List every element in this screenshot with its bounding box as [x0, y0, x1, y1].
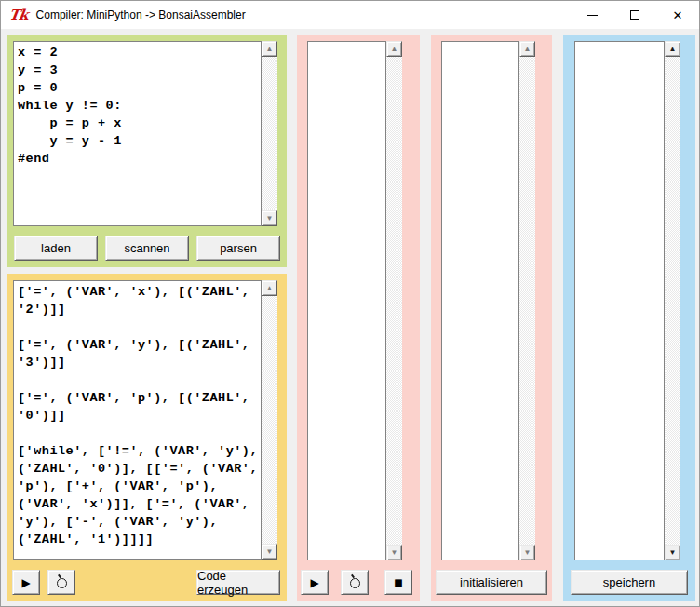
scroll-down-icon[interactable]: ▼	[665, 545, 680, 560]
scroll-down-icon[interactable]: ▼	[262, 544, 277, 560]
save-button[interactable]: speichern	[571, 570, 688, 595]
init-scrollbar[interactable]: ▲ ▼	[519, 41, 535, 560]
maximize-button[interactable]	[613, 1, 656, 29]
generate-code-button[interactable]: Code erzeugen	[196, 570, 280, 595]
step-button[interactable]	[341, 570, 369, 595]
run-button[interactable]: ▶	[301, 570, 329, 595]
ast-scrollbar[interactable]: ▲ ▼	[262, 280, 277, 560]
source-scrollbar[interactable]: ▲ ▼	[262, 41, 277, 226]
assembler-scrollbar[interactable]: ▲ ▼	[386, 41, 402, 560]
play-icon: ▶	[310, 577, 318, 588]
maximize-icon	[630, 10, 639, 20]
scroll-up-icon[interactable]: ▲	[386, 41, 402, 57]
ast-output-area[interactable]: ['=', ('VAR', 'x'), [('ZAHL', '2')]] ['=…	[13, 280, 262, 560]
initialize-button[interactable]: initialisieren	[436, 570, 547, 595]
source-code-editor[interactable]: x = 2 y = 3 p = 0 while y != 0: p = p + …	[13, 41, 262, 226]
close-button[interactable]: ✕	[656, 1, 699, 29]
save-scrollbar[interactable]: ▲ ▼	[665, 41, 680, 560]
scroll-up-icon[interactable]: ▲	[665, 41, 680, 57]
scroll-down-icon[interactable]: ▼	[386, 545, 402, 560]
init-panel: ▲ ▼ initialisieren	[431, 35, 552, 601]
parse-button[interactable]: parsen	[196, 236, 280, 261]
scroll-down-icon[interactable]: ▼	[519, 545, 535, 560]
stopwatch-icon	[57, 578, 67, 588]
save-output-area[interactable]	[574, 41, 665, 560]
minimize-button[interactable]	[571, 1, 613, 29]
init-output-area[interactable]	[441, 41, 519, 560]
window-controls: ✕	[571, 1, 699, 29]
stop-button[interactable]: ■	[384, 570, 412, 595]
scan-button[interactable]: scannen	[105, 236, 189, 261]
minimize-icon	[587, 15, 598, 16]
ast-panel: ['=', ('VAR', 'x'), [('ZAHL', '2')]] ['=…	[7, 274, 287, 601]
scroll-up-icon[interactable]: ▲	[262, 280, 277, 296]
scrollbar-track[interactable]	[262, 57, 277, 210]
tk-logo-icon: Tk	[8, 7, 29, 23]
assembler-output-area[interactable]	[307, 41, 386, 560]
stop-icon: ■	[394, 578, 402, 587]
stopwatch-icon	[350, 578, 360, 588]
ast-step-button[interactable]	[47, 570, 75, 595]
scroll-up-icon[interactable]: ▲	[519, 41, 535, 57]
play-icon: ▶	[21, 577, 30, 588]
titlebar: Tk Compiler: MiniPython -> BonsaiAssembl…	[1, 1, 699, 29]
scrollbar-track[interactable]	[665, 57, 680, 545]
scrollbar-track[interactable]	[519, 57, 535, 545]
scrollbar-track[interactable]	[386, 57, 402, 545]
assembler-panel: ▲ ▼ ▶ ■	[297, 35, 420, 601]
save-panel: ▲ ▼ speichern	[563, 35, 695, 601]
ast-run-button[interactable]: ▶	[12, 570, 40, 595]
scrollbar-track[interactable]	[262, 296, 277, 544]
source-panel: x = 2 y = 3 p = 0 while y != 0: p = p + …	[7, 35, 287, 267]
close-icon: ✕	[673, 9, 683, 21]
scroll-up-icon[interactable]: ▲	[262, 41, 277, 57]
scroll-down-icon[interactable]: ▼	[262, 210, 277, 226]
app-window: Tk Compiler: MiniPython -> BonsaiAssembl…	[0, 0, 700, 607]
load-button[interactable]: laden	[14, 236, 98, 261]
window-title: Compiler: MiniPython -> BonsaiAssembler	[36, 8, 246, 21]
